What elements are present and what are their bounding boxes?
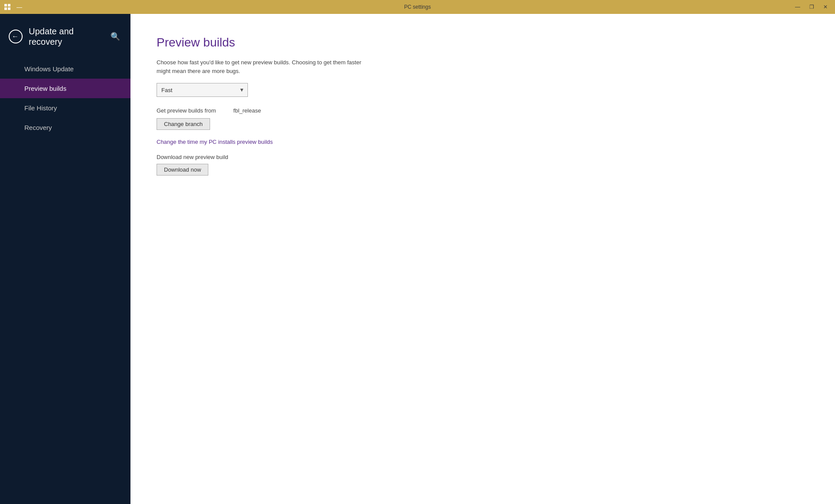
close-button[interactable]: ✕ [819,3,832,11]
app-icon [3,3,11,11]
speed-select-wrapper: Fast Slow ▼ [157,83,248,97]
sidebar-item-windows-update-label: Windows Update [24,65,73,73]
search-icon[interactable]: 🔍 [109,30,122,43]
title-bar-controls: — ❐ ✕ [792,3,832,11]
description-text: Choose how fast you'd like to get new pr… [157,58,365,75]
sidebar-item-windows-update[interactable]: Windows Update [0,59,130,79]
svg-rect-0 [4,4,7,7]
sidebar-item-file-history[interactable]: File History [0,98,130,118]
svg-rect-3 [8,7,10,10]
change-branch-button[interactable]: Change branch [157,118,210,130]
sidebar-item-recovery[interactable]: Recovery [0,118,130,137]
sidebar-item-preview-builds[interactable]: Preview builds [0,79,130,98]
branch-value: fbl_release [234,107,261,114]
svg-rect-1 [8,4,10,7]
sidebar-nav: Windows Update Preview builds File Histo… [0,59,130,137]
speed-select[interactable]: Fast Slow [157,83,248,97]
page-title: Preview builds [157,36,809,50]
branch-row: Get preview builds from fbl_release [157,107,809,114]
main-content: Preview builds Choose how fast you'd lik… [130,14,835,504]
title-bar-left: — [3,3,24,11]
restore-button[interactable]: ❐ [805,3,818,11]
sidebar-item-preview-builds-label: Preview builds [24,85,67,92]
window-title: PC settings [404,4,431,10]
sidebar: ← Update and recovery 🔍 Windows Update P… [0,14,130,504]
sidebar-item-file-history-label: File History [24,104,57,112]
download-now-button[interactable]: Download now [157,164,208,176]
branch-label: Get preview builds from [157,107,216,114]
title-bar: — PC settings — ❐ ✕ [0,0,835,14]
back-button[interactable]: ← [9,30,23,43]
title-bar-dash-icon[interactable]: — [15,3,24,11]
minimize-button[interactable]: — [792,3,804,11]
sidebar-item-recovery-label: Recovery [24,124,52,131]
change-time-link[interactable]: Change the time my PC installs preview b… [157,139,809,145]
download-label: Download new preview build [157,154,809,160]
app-container: ← Update and recovery 🔍 Windows Update P… [0,14,835,504]
svg-rect-2 [4,7,7,10]
sidebar-title: Update and recovery [29,26,103,47]
sidebar-header: ← Update and recovery 🔍 [0,17,130,56]
back-arrow-icon: ← [12,33,19,40]
